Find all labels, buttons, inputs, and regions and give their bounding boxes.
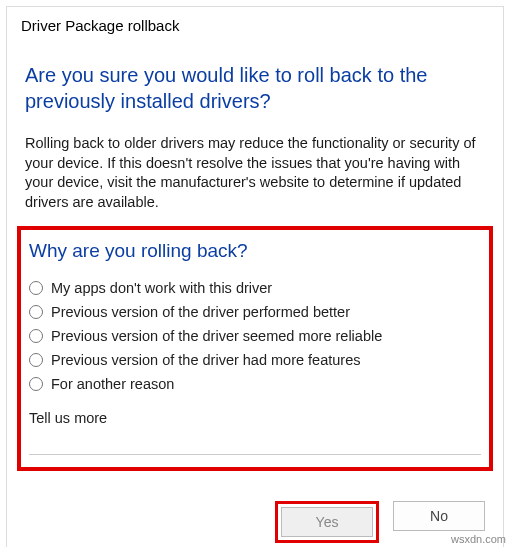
button-row: Yes No xyxy=(7,479,503,547)
reason-radio-performance[interactable] xyxy=(29,305,43,319)
reason-label: Previous version of the driver had more … xyxy=(51,352,360,368)
no-button[interactable]: No xyxy=(393,501,485,531)
reason-radio-apps[interactable] xyxy=(29,281,43,295)
reason-label: My apps don't work with this driver xyxy=(51,280,272,296)
confirmation-heading: Are you sure you would like to roll back… xyxy=(7,40,503,120)
driver-rollback-dialog: Driver Package rollback Are you sure you… xyxy=(6,6,504,547)
reason-section: Why are you rolling back? My apps don't … xyxy=(17,226,493,471)
yes-button[interactable]: Yes xyxy=(281,507,373,537)
watermark-text: wsxdn.com xyxy=(451,533,506,545)
reason-option-apps[interactable]: My apps don't work with this driver xyxy=(29,276,481,300)
reason-radio-reliable[interactable] xyxy=(29,329,43,343)
description-text: Rolling back to older drivers may reduce… xyxy=(7,120,503,218)
reason-option-features[interactable]: Previous version of the driver had more … xyxy=(29,348,481,372)
reason-option-performance[interactable]: Previous version of the driver performed… xyxy=(29,300,481,324)
tell-us-more-input[interactable] xyxy=(29,430,481,455)
reason-label: For another reason xyxy=(51,376,174,392)
yes-highlight: Yes xyxy=(275,501,379,543)
reason-radio-other[interactable] xyxy=(29,377,43,391)
reason-label: Previous version of the driver performed… xyxy=(51,304,350,320)
reason-label: Previous version of the driver seemed mo… xyxy=(51,328,382,344)
dialog-title: Driver Package rollback xyxy=(7,7,503,40)
reason-heading: Why are you rolling back? xyxy=(29,238,481,276)
tell-us-more-label: Tell us more xyxy=(29,410,481,426)
reason-radio-features[interactable] xyxy=(29,353,43,367)
reason-option-reliable[interactable]: Previous version of the driver seemed mo… xyxy=(29,324,481,348)
reason-option-other[interactable]: For another reason xyxy=(29,372,481,396)
